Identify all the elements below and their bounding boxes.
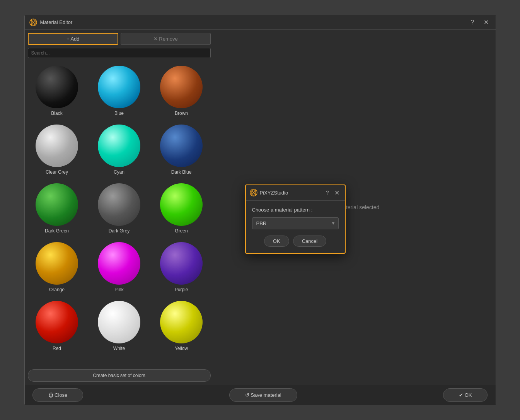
search-input[interactable]: [28, 48, 211, 58]
dialog-title: PiXYZStudio: [260, 190, 288, 196]
window-title: Material Editor: [40, 19, 73, 25]
material-item[interactable]: Brown: [152, 63, 211, 118]
material-name: White: [113, 346, 125, 351]
search-bar: [25, 48, 214, 60]
material-item[interactable]: Cyan: [90, 122, 148, 177]
material-name: Dark Blue: [171, 169, 192, 175]
dialog-buttons: OK Cancel: [252, 236, 339, 247]
material-list: BlackBlueBrownClear GreyCyanDark BlueDar…: [25, 60, 214, 368]
help-button[interactable]: ?: [469, 18, 477, 27]
close-window-button[interactable]: ✕: [481, 18, 491, 27]
material-ball: [160, 183, 203, 226]
dialog-help-button[interactable]: ?: [324, 189, 331, 196]
dialog-title-bar: PiXYZStudio ? ✕: [246, 185, 345, 201]
title-bar-controls: ? ✕: [469, 18, 491, 27]
material-item[interactable]: Yellow: [152, 299, 211, 353]
right-panel: No Material selected PiXYZStudio: [214, 30, 496, 385]
dialog-logo-icon: [250, 189, 257, 196]
material-item[interactable]: Blue: [90, 63, 148, 118]
material-ball: [160, 242, 203, 285]
dialog-close-button[interactable]: ✕: [333, 188, 341, 197]
dialog-controls: ? ✕: [324, 188, 341, 197]
material-item[interactable]: Dark Blue: [152, 122, 211, 177]
material-name: Blue: [114, 111, 124, 116]
close-button[interactable]: ⏻ Close: [32, 388, 84, 402]
material-item[interactable]: Clear Grey: [28, 122, 86, 177]
material-ball: [160, 125, 203, 167]
material-ball: [98, 301, 140, 343]
dialog-body-label: Choose a material pattern :: [252, 207, 339, 213]
material-name: Orange: [49, 287, 65, 292]
material-item[interactable]: Pink: [90, 240, 148, 295]
material-item[interactable]: White: [90, 299, 148, 353]
material-item[interactable]: Purple: [152, 240, 211, 295]
app-logo-icon: [29, 19, 37, 26]
material-grid: BlackBlueBrownClear GreyCyanDark BlueDar…: [28, 63, 211, 357]
create-basic-button[interactable]: Create basic set of colors: [28, 369, 211, 382]
material-item[interactable]: Dark Grey: [90, 181, 148, 236]
dialog-title-left: PiXYZStudio: [250, 189, 288, 196]
material-ball: [98, 183, 140, 226]
material-name: Dark Green: [45, 228, 69, 234]
bottom-bar: ⏻ Close ↺ Save material ✔ OK: [25, 385, 496, 405]
material-name: Brown: [175, 111, 188, 116]
material-item[interactable]: Red: [28, 299, 86, 353]
add-button[interactable]: + Add: [28, 33, 119, 45]
material-item[interactable]: Green: [152, 181, 211, 236]
left-panel: + Add ✕ Remove BlackBlueBrownClear GreyC…: [25, 30, 214, 385]
save-material-button[interactable]: ↺ Save material: [229, 388, 297, 402]
material-ball: [36, 125, 78, 167]
material-name: Black: [51, 111, 62, 116]
dialog-cancel-button[interactable]: Cancel: [293, 236, 326, 247]
dialog-select-wrapper: PBR Phong Lambert Unlit ▼: [252, 217, 339, 229]
material-ball: [98, 125, 140, 167]
material-name: Yellow: [175, 346, 188, 351]
material-item[interactable]: Orange: [28, 240, 86, 295]
material-name: Pink: [114, 287, 123, 292]
toolbar: + Add ✕ Remove: [25, 30, 214, 48]
material-ball: [160, 301, 203, 343]
material-ball: [36, 183, 78, 226]
material-editor-window: Material Editor ? ✕ + Add ✕ Remove Black…: [24, 15, 496, 405]
material-pattern-dialog: PiXYZStudio ? ✕ Choose a material patter…: [245, 184, 346, 254]
material-name: Red: [53, 346, 61, 351]
material-ball: [36, 242, 78, 285]
title-bar: Material Editor ? ✕: [25, 15, 496, 30]
remove-button[interactable]: ✕ Remove: [121, 33, 211, 45]
ok-button[interactable]: ✔ OK: [443, 388, 488, 402]
material-name: Clear Grey: [46, 169, 68, 175]
material-name: Purple: [175, 287, 188, 292]
dialog-ok-button[interactable]: OK: [264, 236, 289, 247]
material-name: Dark Grey: [109, 228, 130, 234]
main-content: + Add ✕ Remove BlackBlueBrownClear GreyC…: [25, 30, 496, 385]
material-pattern-select[interactable]: PBR Phong Lambert Unlit: [252, 217, 339, 229]
material-ball: [98, 242, 140, 285]
material-ball: [36, 66, 78, 108]
material-ball: [160, 66, 203, 108]
material-name: Green: [175, 228, 188, 234]
material-item[interactable]: Dark Green: [28, 181, 86, 236]
material-ball: [36, 301, 78, 343]
title-bar-left: Material Editor: [29, 19, 73, 26]
material-ball: [98, 66, 140, 108]
dialog-body: Choose a material pattern : PBR Phong La…: [246, 201, 345, 253]
material-item[interactable]: Black: [28, 63, 86, 118]
material-name: Cyan: [114, 169, 124, 175]
